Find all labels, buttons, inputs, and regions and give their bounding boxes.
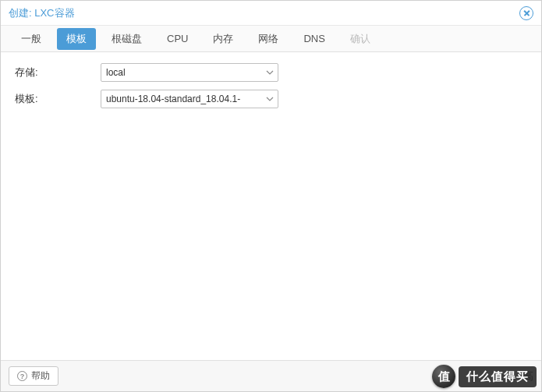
template-combo[interactable] — [101, 90, 278, 108]
storage-combo[interactable] — [101, 63, 278, 82]
close-icon[interactable] — [519, 6, 533, 20]
template-row: 模板: — [15, 90, 527, 108]
form-content: 存储: 模板: — [1, 52, 541, 360]
storage-row: 存储: — [15, 63, 527, 82]
wizard-tabs: 一般 模板 根磁盘 CPU 内存 网络 DNS 确认 — [1, 26, 541, 52]
dialog-header: 创建: LXC容器 — [1, 1, 541, 26]
help-label: 帮助 — [31, 369, 50, 383]
tab-confirm: 确认 — [341, 28, 380, 50]
tab-network[interactable]: 网络 — [249, 28, 288, 50]
watermark-badge: 值 — [432, 365, 455, 388]
watermark: 值 什么值得买 — [432, 365, 537, 388]
dialog-title: 创建: LXC容器 — [9, 6, 519, 20]
tab-template[interactable]: 模板 — [57, 28, 96, 50]
tab-root-disk[interactable]: 根磁盘 — [102, 28, 151, 50]
dialog-footer: ? 帮助 高 值 什么值得买 — [1, 360, 541, 391]
create-lxc-dialog: 创建: LXC容器 一般 模板 根磁盘 CPU 内存 网络 DNS 确认 存储:… — [0, 0, 542, 392]
help-button[interactable]: ? 帮助 — [9, 366, 58, 386]
tab-cpu[interactable]: CPU — [158, 29, 197, 48]
storage-input[interactable] — [101, 63, 278, 82]
advanced-label: 高 — [523, 369, 533, 383]
template-input[interactable] — [101, 90, 278, 108]
tab-memory[interactable]: 内存 — [204, 28, 243, 50]
template-label: 模板: — [15, 92, 101, 106]
footer-right: 高 — [523, 369, 533, 383]
help-icon: ? — [17, 371, 27, 381]
storage-label: 存储: — [15, 65, 101, 79]
tab-dns[interactable]: DNS — [294, 29, 334, 48]
tab-general[interactable]: 一般 — [12, 28, 51, 50]
